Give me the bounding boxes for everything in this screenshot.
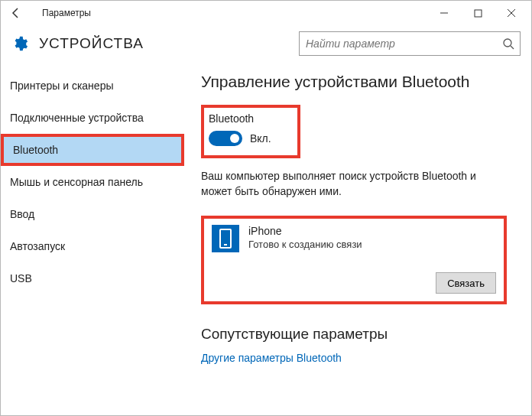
search-input[interactable] <box>300 32 497 55</box>
more-bluetooth-settings-link[interactable]: Другие параметры Bluetooth <box>201 352 342 364</box>
page-heading: Управление устройствами Bluetooth <box>201 73 516 91</box>
gear-icon <box>11 35 28 52</box>
svg-line-5 <box>511 46 514 49</box>
content-pane: Управление устройствами Bluetooth Blueto… <box>184 59 531 414</box>
maximize-button[interactable] <box>461 1 495 25</box>
sidebar-item-mouse-touchpad[interactable]: Мышь и сенсорная панель <box>1 166 184 198</box>
window-controls <box>427 1 528 25</box>
toggle-row: Вкл. <box>209 131 293 146</box>
sidebar-item-label: Мышь и сенсорная панель <box>10 176 143 188</box>
device-row: iPhone Готово к созданию связи <box>212 225 496 252</box>
search-box[interactable] <box>299 31 521 56</box>
device-text: iPhone Готово к созданию связи <box>248 225 362 250</box>
sidebar-item-autoplay[interactable]: Автозапуск <box>1 230 184 262</box>
svg-rect-1 <box>475 10 482 17</box>
section-title: УСТРОЙСТВА <box>39 35 144 52</box>
pair-button[interactable]: Связать <box>436 272 496 294</box>
sidebar: Принтеры и сканеры Подключенные устройст… <box>1 59 184 414</box>
svg-point-4 <box>504 39 511 47</box>
header-row: УСТРОЙСТВА <box>1 28 531 59</box>
title-bar: Параметры <box>1 1 531 25</box>
close-button[interactable] <box>495 1 528 25</box>
phone-icon <box>212 225 239 252</box>
bluetooth-label: Bluetooth <box>209 112 293 125</box>
body: Принтеры и сканеры Подключенные устройст… <box>1 59 531 414</box>
toggle-state-text: Вкл. <box>250 132 271 145</box>
back-button[interactable] <box>4 1 28 25</box>
device-status: Готово к созданию связи <box>248 239 362 250</box>
sidebar-item-printers[interactable]: Принтеры и сканеры <box>1 70 184 102</box>
bluetooth-toggle[interactable] <box>209 131 242 146</box>
sidebar-item-typing[interactable]: Ввод <box>1 198 184 230</box>
related-heading: Сопутствующие параметры <box>201 326 516 343</box>
toggle-knob <box>230 134 239 143</box>
minimize-button[interactable] <box>427 1 461 25</box>
bluetooth-info-text: Ваш компьютер выполняет поиск устройств … <box>201 169 507 199</box>
device-name: iPhone <box>248 225 362 237</box>
sidebar-item-label: Автозапуск <box>10 240 65 252</box>
sidebar-item-label: Принтеры и сканеры <box>10 80 113 92</box>
bluetooth-toggle-block: Bluetooth Вкл. <box>201 105 300 158</box>
sidebar-item-label: Подключенные устройства <box>10 112 144 124</box>
device-card[interactable]: iPhone Готово к созданию связи Связать <box>201 216 507 304</box>
sidebar-item-label: Ввод <box>10 208 34 220</box>
sidebar-item-bluetooth[interactable]: Bluetooth <box>1 134 184 166</box>
sidebar-item-label: USB <box>10 272 32 284</box>
window-title: Параметры <box>42 8 91 18</box>
sidebar-item-connected-devices[interactable]: Подключенные устройства <box>1 102 184 134</box>
search-icon <box>497 37 520 50</box>
sidebar-item-label: Bluetooth <box>13 144 58 156</box>
settings-window: Параметры УСТРОЙСТВА Принтеры и ск <box>0 0 532 416</box>
sidebar-item-usb[interactable]: USB <box>1 262 184 294</box>
